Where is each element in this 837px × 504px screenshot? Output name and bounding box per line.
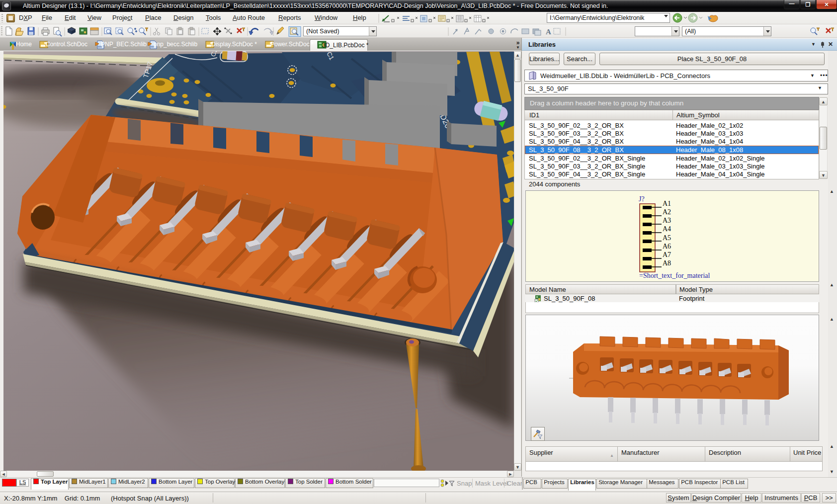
- svg-text:A6: A6: [663, 243, 671, 250]
- svg-text:A3: A3: [663, 217, 671, 224]
- svg-text:A1: A1: [663, 200, 671, 207]
- svg-text:=Short_text_for_material: =Short_text_for_material: [639, 272, 710, 279]
- svg-text:A7: A7: [663, 251, 671, 258]
- svg-text:A8: A8: [663, 259, 671, 267]
- svg-text:A4: A4: [663, 225, 671, 233]
- svg-text:A: A: [546, 28, 551, 36]
- svg-text:J?: J?: [639, 195, 645, 203]
- svg-text:A5: A5: [663, 234, 671, 242]
- svg-text:A2: A2: [663, 208, 671, 216]
